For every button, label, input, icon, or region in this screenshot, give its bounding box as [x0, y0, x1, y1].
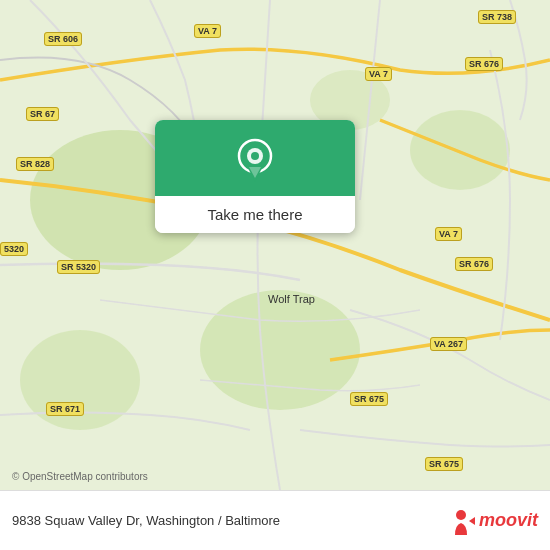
badge-5320: 5320	[0, 238, 28, 256]
bottom-bar: 9838 Squaw Valley Dr, Washington / Balti…	[0, 490, 550, 550]
badge-sr675-bot: SR 675	[425, 453, 463, 471]
badge-va7-mid: VA 7	[435, 223, 462, 241]
svg-marker-12	[469, 517, 475, 525]
svg-point-2	[200, 290, 360, 410]
badge-sr675-top: SR 675	[350, 388, 388, 406]
badge-sr671: SR 671	[46, 398, 84, 416]
map-svg	[0, 0, 550, 490]
location-pin-icon	[236, 138, 274, 182]
badge-va7-right: VA 7	[365, 63, 392, 81]
badge-sr738: SR 738	[478, 6, 516, 24]
badge-sr67: SR 67	[26, 103, 59, 121]
svg-point-11	[456, 510, 466, 520]
badge-sr5320: SR 5320	[57, 256, 100, 274]
badge-sr676-top: SR 676	[465, 53, 503, 71]
badge-sr828: SR 828	[16, 153, 54, 171]
svg-point-8	[251, 152, 259, 160]
moovit-logo: moovit	[447, 507, 538, 535]
wolf-trap-label: Wolf Trap	[268, 293, 315, 305]
svg-point-3	[410, 110, 510, 190]
take-me-there-button[interactable]: Take me there	[155, 196, 355, 233]
badge-sr676-mid: SR 676	[455, 253, 493, 271]
tooltip-header	[155, 120, 355, 196]
badge-va267: VA 267	[430, 333, 467, 351]
moovit-brand-text: moovit	[479, 510, 538, 531]
badge-sr606: SR 606	[44, 28, 82, 46]
badge-va7-top: VA 7	[194, 20, 221, 38]
address-text: 9838 Squaw Valley Dr, Washington / Balti…	[12, 513, 447, 528]
map-container: SR 738 VA 7 VA 7 SR 606 SR 676 SR 67 SR …	[0, 0, 550, 490]
location-tooltip: Take me there	[155, 120, 355, 233]
moovit-icon-svg	[447, 507, 475, 535]
